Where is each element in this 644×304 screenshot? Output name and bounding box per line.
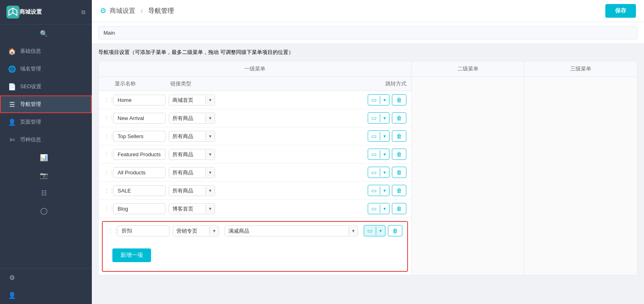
col-header-level1: 一级菜单 <box>99 61 412 77</box>
type-select-topsellers[interactable]: 商城首页 所有商品 博客首页 营销专页 <box>169 131 205 141</box>
sidebar-item-user[interactable]: 👤 <box>0 286 92 304</box>
select-arrow-icon[interactable]: ▼ <box>205 168 215 177</box>
name-input-featured[interactable] <box>113 149 166 160</box>
sidebar-item-settings[interactable]: ⚙ <box>0 268 92 286</box>
table-row: ⋮⋮ 商城首页 所有商品 博客首页 营销专页 ▼ <box>99 200 411 218</box>
type-select-home[interactable]: 商城首页 所有商品 博客首页 营销专页 <box>169 95 205 105</box>
sidebar-item-extra1[interactable]: 📊 <box>0 149 92 166</box>
scissors-icon: ✄ <box>8 136 16 144</box>
url-select-arrow-icon[interactable]: ▼ <box>348 227 358 235</box>
delete-button-discount[interactable]: 🗑 <box>388 225 402 236</box>
sidebar-item-extra2[interactable]: 📷 <box>0 166 92 184</box>
name-input-sale[interactable] <box>113 185 166 196</box>
name-input-home[interactable] <box>113 95 166 105</box>
sidebar-nav: 🔍 🏠 基础信息 🌐 域名管理 📄 SEO设置 ☰ 导航管理 👤 页面管理 ✄ … <box>0 25 92 268</box>
add-sub-icon: ▭ <box>368 95 380 105</box>
url-select-discount[interactable]: 满减商品 其他选项 <box>225 226 348 236</box>
sidebar-item-domain[interactable]: 🌐 域名管理 <box>0 60 92 78</box>
sidebar-item-search[interactable]: 🔍 <box>0 25 92 42</box>
type-select-wrap-allproducts: 商城首页 所有商品 博客首页 营销专页 ▼ <box>169 167 215 178</box>
sidebar-item-currency[interactable]: ✄ 币种信息 <box>0 131 92 149</box>
col-header-level3: 三级菜单 <box>524 61 637 77</box>
sidebar-item-label-seo: SEO设置 <box>20 83 41 90</box>
sidebar-item-seo[interactable]: 📄 SEO设置 <box>0 78 92 95</box>
delete-button-blog[interactable]: 🗑 <box>392 203 406 214</box>
save-button[interactable]: 保存 <box>605 4 636 18</box>
add-sub-arrow-icon: ▼ <box>380 150 389 159</box>
type-select-wrap-newarrival: 商城首页 所有商品 博客首页 营销专页 ▼ <box>169 113 215 124</box>
content-area: Main 导航项目设置（可添加子菜单，最多二级菜单，拖动 可调整同级下菜单项目的… <box>92 22 644 304</box>
add-item-button[interactable]: 新增一项 <box>112 248 151 262</box>
action-btns-blog: ▭ ▼ 🗑 <box>368 203 406 214</box>
user-avatar-icon: 👤 <box>8 291 16 299</box>
level2-column <box>412 77 524 275</box>
drag-handle-icon[interactable]: ⋮⋮ <box>104 151 110 157</box>
sidebar-item-extra3[interactable]: ☷ <box>0 184 92 202</box>
drag-handle-icon[interactable]: ⋮⋮ <box>104 115 110 121</box>
sidebar-item-page[interactable]: 👤 页面管理 <box>0 113 92 131</box>
sidebar-item-basic[interactable]: 🏠 基础信息 <box>0 42 92 60</box>
external-link-icon[interactable]: ⧉ <box>81 9 85 16</box>
name-input-newarrival[interactable] <box>113 113 166 124</box>
col-header-level2: 二级菜单 <box>412 61 524 77</box>
type-select-sale[interactable]: 商城首页 所有商品 博客首页 营销专页 <box>169 186 205 196</box>
drag-handle-icon[interactable]: ⋮⋮ <box>108 227 114 234</box>
add-sub-button-sale[interactable]: ▭ ▼ <box>368 185 389 196</box>
add-sub-button-blog[interactable]: ▭ ▼ <box>368 203 389 214</box>
name-input-topsellers[interactable] <box>113 131 166 142</box>
type-select-newarrival[interactable]: 商城首页 所有商品 博客首页 营销专页 <box>169 113 205 123</box>
add-sub-button-discount[interactable]: ▭ ▼ <box>364 225 385 236</box>
sidebar-item-label-page: 页面管理 <box>20 118 41 126</box>
delete-button-featured[interactable]: 🗑 <box>392 149 406 160</box>
delete-button-newarrival[interactable]: 🗑 <box>392 112 406 124</box>
type-select-wrap-topsellers: 商城首页 所有商品 博客首页 营销专页 ▼ <box>169 131 215 142</box>
table-row: ⋮⋮ 商城首页 所有商品 博客首页 营销专页 ▼ <box>99 109 411 127</box>
select-arrow-icon[interactable]: ▼ <box>205 114 215 122</box>
add-sub-arrow-icon: ▼ <box>380 205 389 213</box>
type-select-allproducts[interactable]: 商城首页 所有商品 博客首页 营销专页 <box>169 168 205 178</box>
name-input-allproducts[interactable] <box>113 167 166 178</box>
type-select-featured[interactable]: 商城首页 所有商品 博客首页 营销专页 <box>169 149 205 159</box>
type-select-wrap-blog: 商城首页 所有商品 博客首页 营销专页 ▼ <box>169 203 215 214</box>
table-row: ⋮⋮ 商城首页 所有商品 博客首页 营销专页 ▼ <box>99 91 411 109</box>
add-sub-button-allproducts[interactable]: ▭ ▼ <box>368 167 389 178</box>
select-arrow-icon[interactable]: ▼ <box>205 96 215 104</box>
main-content: ⚙ 商城设置 / 导航管理 保存 Main 导航项目设置（可添加子菜单，最多二级… <box>92 0 644 304</box>
drag-handle-icon[interactable]: ⋮⋮ <box>104 133 110 139</box>
delete-button-topsellers[interactable]: 🗑 <box>392 130 406 142</box>
add-sub-button-newarrival[interactable]: ▭ ▼ <box>368 112 389 124</box>
add-sub-icon: ▭ <box>368 167 380 178</box>
sidebar-item-label-basic: 基础信息 <box>20 48 41 55</box>
name-input-discount[interactable] <box>117 225 170 236</box>
name-input-blog[interactable] <box>113 203 166 214</box>
select-arrow-icon[interactable]: ▼ <box>209 227 219 235</box>
select-arrow-icon[interactable]: ▼ <box>205 150 215 159</box>
drag-handle-icon[interactable]: ⋮⋮ <box>104 205 110 212</box>
drag-handle-icon[interactable]: ⋮⋮ <box>104 169 110 176</box>
type-select-discount[interactable]: 商城首页 所有商品 博客首页 营销专页 <box>173 226 209 236</box>
add-sub-button-home[interactable]: ▭ ▼ <box>368 94 389 105</box>
image-icon: 📷 <box>40 171 48 179</box>
breadcrumb-parent: 商城设置 <box>110 7 135 15</box>
drag-handle-icon[interactable]: ⋮⋮ <box>104 97 110 103</box>
add-sub-arrow-icon: ▼ <box>380 132 389 141</box>
action-btns-sale: ▭ ▼ 🗑 <box>368 185 406 196</box>
delete-button-home[interactable]: 🗑 <box>392 94 406 105</box>
add-sub-button-featured[interactable]: ▭ ▼ <box>368 149 389 160</box>
delete-button-sale[interactable]: 🗑 <box>392 185 406 196</box>
level1-column: 显示名称 链接类型 跳转方式 ⋮⋮ 商城首页 所有商品 <box>99 77 412 275</box>
select-arrow-icon[interactable]: ▼ <box>205 186 215 195</box>
sidebar-item-nav[interactable]: ☰ 导航管理 <box>0 95 92 113</box>
sidebar: 商城设置 ⧉ 🔍 🏠 基础信息 🌐 域名管理 📄 SEO设置 ☰ 导航管理 👤 … <box>0 0 92 304</box>
add-sub-button-topsellers[interactable]: ▭ ▼ <box>368 130 389 142</box>
header-link-type: 链接类型 <box>170 80 215 87</box>
delete-button-allproducts[interactable]: 🗑 <box>392 167 406 178</box>
person-icon: 👤 <box>8 118 16 126</box>
topbar-left: ⚙ 商城设置 / 导航管理 <box>100 6 174 15</box>
drag-handle-icon[interactable]: ⋮⋮ <box>104 187 110 194</box>
type-select-blog[interactable]: 商城首页 所有商品 博客首页 营销专页 <box>169 204 205 214</box>
select-arrow-icon[interactable]: ▼ <box>205 205 215 213</box>
nav-rows-container: ⋮⋮ 商城首页 所有商品 博客首页 营销专页 ▼ <box>99 91 411 272</box>
select-arrow-icon[interactable]: ▼ <box>205 132 215 141</box>
sidebar-item-extra4[interactable]: ◯ <box>0 202 92 219</box>
